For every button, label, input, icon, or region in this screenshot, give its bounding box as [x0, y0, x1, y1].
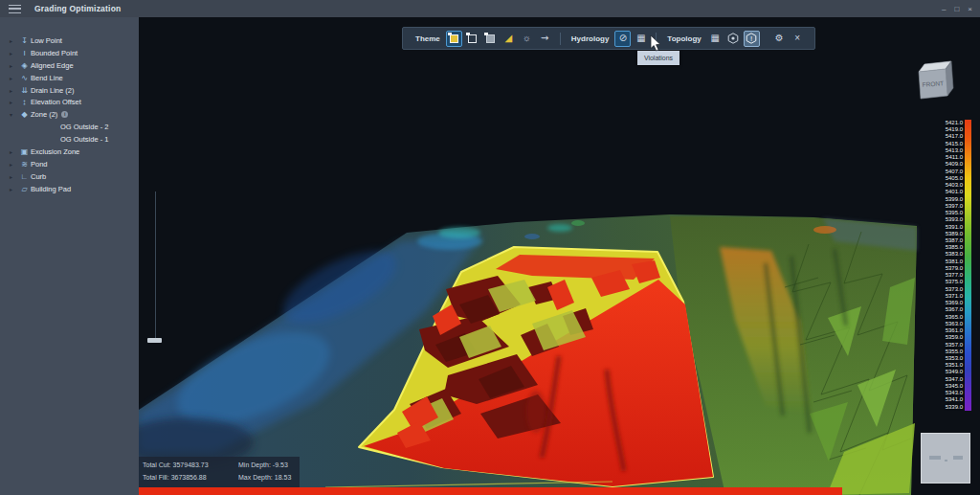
aligned-edge-icon: ◈ — [18, 61, 31, 70]
sidebar-item-low-point[interactable]: ▸ ↧ Low Point — [0, 34, 139, 47]
vertical-slider-handle[interactable] — [147, 338, 162, 343]
legend-tick-label: 5383.0 — [924, 251, 963, 258]
vertical-slider-track[interactable] — [155, 191, 156, 339]
terrain-3d-view[interactable] — [139, 17, 980, 495]
bounded-point-icon: I — [18, 49, 31, 57]
legend-tick-label: 5371.0 — [924, 293, 963, 300]
expand-arrow-icon[interactable]: ▸ — [10, 161, 18, 168]
expand-arrow-icon[interactable]: ▸ — [10, 37, 18, 44]
expand-arrow-icon[interactable]: ▸ — [10, 87, 18, 94]
legend-tick-label: 5363.0 — [924, 321, 963, 327]
expand-arrow-icon[interactable]: ▸ — [10, 148, 18, 155]
stat-label: Min Depth: — [238, 461, 271, 468]
hydrology-drain-button[interactable]: ⊘ — [614, 31, 631, 47]
legend-tick-label: 5349.0 — [924, 369, 963, 375]
terrain-surface — [139, 17, 980, 495]
overview-minimap[interactable] — [921, 433, 970, 484]
sidebar-item-curb[interactable]: ▸ ∟ Curb — [0, 170, 139, 183]
legend-tick-label: 5391.0 — [924, 224, 963, 231]
tree-item-label: Curb — [31, 172, 46, 181]
theme-cutfill-button[interactable] — [446, 31, 462, 47]
legend-tick-label: 5357.0 — [924, 342, 963, 349]
legend-tick-label: 5375.0 — [924, 279, 963, 285]
legend-tick-label: 5359.0 — [924, 334, 963, 341]
cutfill-map-icon — [450, 34, 458, 43]
elevation-colorbar — [965, 120, 971, 411]
sidebar-item-bend-line[interactable]: ▸ ∿ Bend Line — [0, 72, 139, 84]
sidebar-item-elevation-offset[interactable]: ▸ ↨ Elevation Offset — [0, 96, 139, 108]
minimize-button[interactable]: – — [942, 5, 946, 13]
stat-value: 3673856.88 — [171, 474, 207, 481]
expand-arrow-icon[interactable]: ▾ — [10, 111, 18, 118]
flow-arrows-icon: ⇝ — [541, 34, 548, 43]
restore-button[interactable]: □ — [954, 5, 959, 13]
hexagon-mesh-icon — [727, 33, 739, 44]
topology-group-label: Topology — [667, 34, 701, 43]
drain-line-icon: ⇊ — [18, 86, 31, 95]
stat-label: Max Depth: — [238, 474, 273, 481]
sidebar-item-og-outside-1[interactable]: OG Outside - 1 — [0, 133, 139, 146]
expand-arrow-icon[interactable]: ▸ — [10, 75, 18, 81]
sidebar-item-drain-line[interactable]: ▸ ⇊ Drain Line (2) — [0, 84, 139, 97]
low-point-icon: ↧ — [18, 36, 31, 45]
theme-group-label: Theme — [415, 34, 440, 43]
close-window-button[interactable]: × — [968, 5, 972, 13]
legend-tick-label: 5401.0 — [924, 189, 963, 195]
toolbar-close-button[interactable]: × — [790, 31, 806, 47]
sidebar-item-pond[interactable]: ▸ ≋ Pond — [0, 158, 139, 170]
expand-arrow-icon[interactable]: ▸ — [10, 50, 18, 56]
expand-arrow-icon[interactable]: ▸ — [10, 62, 18, 69]
stat-label: Total Fill: — [143, 474, 169, 481]
stat-value: 18.53 — [275, 474, 292, 481]
app-title: Grading Optimization — [34, 4, 121, 13]
stat-row: Min Depth:-9.53 — [238, 460, 291, 472]
surface-map-icon — [468, 34, 477, 43]
theme-flow-button[interactable]: ⇝ — [537, 31, 553, 47]
tree-item-label: Low Point — [31, 36, 62, 45]
title-bar: Grading Optimization – □ × — [0, 0, 980, 17]
violations-tooltip: Violations — [637, 51, 679, 65]
theme-contour-button[interactable]: ☼ — [519, 31, 535, 47]
sidebar-item-aligned-edge[interactable]: ▸ ◈ Aligned Edge — [0, 59, 139, 72]
theme-slope-button[interactable]: ◢ — [501, 31, 517, 47]
toolbar-settings-button[interactable]: ⚙ — [771, 31, 788, 47]
stat-value: -9.53 — [273, 461, 288, 468]
sidebar-item-bounded-point[interactable]: ▸ I Bounded Point — [0, 47, 139, 59]
tree-item-label: OG Outside - 1 — [60, 135, 108, 144]
mouse-cursor — [650, 35, 663, 53]
minimap-mark — [945, 460, 947, 461]
violation-strip — [139, 487, 842, 495]
theme-elevation-button[interactable] — [482, 31, 499, 47]
tree-item-label: Building Pad — [31, 185, 71, 193]
topology-mesh-button[interactable] — [725, 31, 742, 47]
topology-violations-button[interactable]: ! — [744, 31, 760, 47]
expand-arrow-icon[interactable]: ▸ — [10, 99, 18, 105]
menu-icon[interactable] — [9, 5, 21, 13]
tree-item-label: Pond — [31, 160, 48, 169]
legend-tick-label: 5347.0 — [924, 376, 963, 383]
info-badge-icon[interactable]: i — [61, 111, 68, 118]
hydrology-pond-button[interactable]: ▦ — [633, 31, 649, 47]
exclusion-zone-icon: ▣ — [18, 147, 31, 156]
sidebar-item-exclusion-zone[interactable]: ▸ ▣ Exclusion Zone — [0, 146, 139, 158]
bend-line-icon: ∿ — [18, 74, 31, 82]
tree-item-label: Bend Line — [31, 74, 63, 82]
minimap-mark — [953, 456, 963, 460]
legend-tick-label: 5393.0 — [924, 216, 963, 223]
sidebar-item-building-pad[interactable]: ▸ ▱ Building Pad — [0, 183, 139, 195]
theme-surface-button[interactable] — [464, 31, 480, 47]
legend-tick-label: 5355.0 — [924, 349, 963, 355]
legend-tick-label: 5407.0 — [924, 169, 963, 175]
stat-label: Total Cut: — [143, 461, 171, 468]
toolbar-separator — [560, 33, 561, 45]
expand-arrow-icon[interactable]: ▸ — [10, 186, 18, 192]
sidebar-item-og-outside-2[interactable]: OG Outside - 2 — [0, 121, 139, 133]
sidebar-item-zone[interactable]: ▾ ◆ Zone (2) i — [0, 108, 139, 121]
legend-tick-label: 5389.0 — [924, 231, 963, 237]
stat-row: Total Fill:3673856.88 — [143, 472, 238, 484]
view-cube[interactable]: FRONT — [907, 53, 959, 104]
expand-arrow-icon[interactable]: ▸ — [10, 173, 18, 180]
legend-tick-label: 5415.0 — [924, 141, 963, 147]
legend-tick-label: 5397.0 — [924, 203, 963, 210]
topology-grid-button[interactable]: ▦ — [707, 31, 724, 47]
